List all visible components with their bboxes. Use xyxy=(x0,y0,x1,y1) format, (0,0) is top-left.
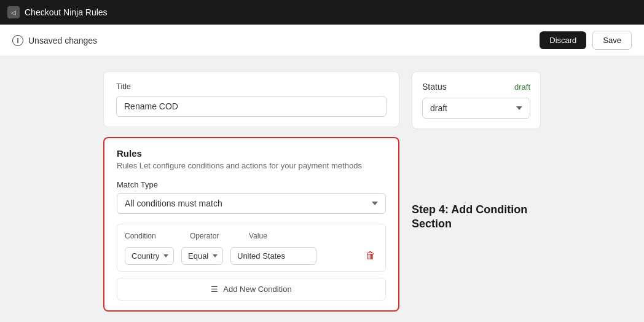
discard-button[interactable]: Discard xyxy=(540,31,586,49)
main-content: Title Rules Rules Let configure conditio… xyxy=(0,57,644,322)
operator-col-header: Operator xyxy=(190,232,239,240)
back-icon[interactable]: ◁ xyxy=(7,6,20,18)
condition-select[interactable]: Country xyxy=(125,247,174,265)
conditions-header: Condition Operator Value xyxy=(125,232,378,240)
add-condition-label: Add New Condition xyxy=(223,285,291,294)
condition-col-header: Condition xyxy=(125,232,180,240)
topbar-logo: ◁ Checkout Ninja Rules xyxy=(7,6,108,18)
match-type-select[interactable]: All conditions must match Any condition … xyxy=(117,193,386,214)
bar-actions: Discard Save xyxy=(540,31,632,50)
rules-card: Rules Rules Let configure conditions and… xyxy=(103,137,399,312)
match-type-label: Match Type xyxy=(117,180,386,189)
right-panel: Status draft draft active inactive Step … xyxy=(412,71,541,307)
title-input[interactable] xyxy=(116,96,387,117)
operator-select[interactable]: Equal xyxy=(181,247,223,265)
secondary-bar: i Unsaved changes Discard Save xyxy=(0,25,644,57)
condition-row: Country Equal 🗑 xyxy=(125,245,378,266)
value-input[interactable] xyxy=(230,247,316,265)
title-label: Title xyxy=(116,82,387,91)
value-col-header: Value xyxy=(249,232,335,240)
step-annotation: Step 4: Add Condition Section xyxy=(412,203,541,232)
add-condition-icon: ☰ xyxy=(211,285,218,294)
status-badge: draft xyxy=(514,82,530,92)
add-condition-button[interactable]: ☰ Add New Condition xyxy=(117,278,386,300)
title-card: Title xyxy=(103,71,399,127)
conditions-section: Condition Operator Value Country Equal 🗑 xyxy=(117,224,386,272)
left-panel: Title Rules Rules Let configure conditio… xyxy=(103,71,399,307)
status-select[interactable]: draft active inactive xyxy=(422,98,530,119)
rules-title: Rules xyxy=(117,148,386,159)
delete-condition-button[interactable]: 🗑 xyxy=(363,248,378,264)
unsaved-info: i Unsaved changes xyxy=(12,35,97,46)
unsaved-label: Unsaved changes xyxy=(28,36,97,45)
status-card: Status draft draft active inactive xyxy=(412,71,541,129)
app-title: Checkout Ninja Rules xyxy=(25,7,108,17)
topbar: ◁ Checkout Ninja Rules xyxy=(0,0,644,25)
delete-row: 🗑 xyxy=(363,245,378,266)
status-label: Status xyxy=(422,82,447,92)
info-icon: i xyxy=(12,35,23,46)
rules-description: Rules Let configure conditions and actio… xyxy=(117,161,386,170)
save-button[interactable]: Save xyxy=(592,31,632,50)
status-header: Status draft xyxy=(422,82,530,92)
